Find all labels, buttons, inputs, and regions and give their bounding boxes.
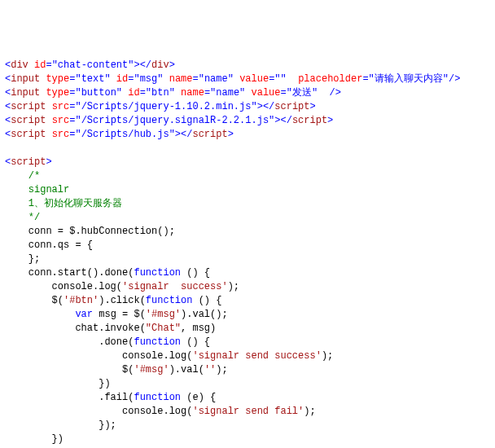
token-name: div bbox=[151, 59, 169, 71]
token-kw: function bbox=[146, 295, 193, 306]
token-plain: ); bbox=[228, 281, 239, 292]
token-attr: value bbox=[252, 87, 281, 99]
token-attr: id bbox=[128, 87, 139, 99]
token-name: script bbox=[292, 115, 327, 126]
token-name: script bbox=[11, 101, 46, 112]
token-plain: ); bbox=[216, 364, 227, 376]
token-plain: conn.qs = { bbox=[5, 239, 93, 251]
code-line: $('#msg').val(''); bbox=[5, 363, 490, 377]
token-val: "button" bbox=[75, 87, 122, 99]
token-plain: chat.invoke( bbox=[5, 323, 146, 334]
token-kw: var bbox=[75, 309, 93, 320]
token-plain: , msg) bbox=[181, 323, 216, 334]
token-plain: (e) { bbox=[181, 392, 216, 403]
token-tag: = bbox=[281, 87, 287, 99]
token-tag: = bbox=[362, 73, 368, 85]
token-tag: ></ bbox=[134, 59, 151, 71]
token-name: script bbox=[274, 101, 309, 112]
token-val: "name" bbox=[210, 87, 245, 99]
token-plain: ); bbox=[304, 406, 315, 417]
token-plain: }) bbox=[5, 378, 111, 389]
token-tag: /> bbox=[330, 87, 341, 99]
token-plain: msg = $( bbox=[93, 309, 146, 320]
token-plain bbox=[163, 73, 169, 85]
code-line: <script src="/Scripts/jquery.signalR-2.2… bbox=[5, 114, 490, 128]
token-plain bbox=[46, 129, 51, 140]
token-plain bbox=[5, 212, 28, 223]
code-line: <input type="text" id="msg" name="name" … bbox=[5, 72, 490, 86]
token-attr: type bbox=[46, 87, 69, 99]
token-str: '#msg' bbox=[146, 309, 181, 320]
token-tag: > bbox=[46, 156, 51, 168]
token-plain: console.log( bbox=[5, 350, 192, 362]
code-line: .done(function () { bbox=[5, 336, 490, 349]
token-attr: type bbox=[46, 73, 69, 85]
token-plain bbox=[46, 101, 51, 112]
code-line: conn.qs = { bbox=[5, 239, 490, 253]
token-plain: () { bbox=[181, 267, 210, 279]
code-line: chat.invoke("Chat", msg) bbox=[5, 322, 490, 336]
token-attr: src bbox=[52, 129, 70, 140]
token-tag: ></ bbox=[274, 115, 292, 126]
token-plain: $( bbox=[5, 364, 134, 376]
code-line: <input type="button" id="btn" name="name… bbox=[5, 86, 490, 100]
token-name: script bbox=[11, 129, 46, 140]
token-tag: > bbox=[228, 129, 234, 140]
code-line: }) bbox=[5, 433, 490, 446]
token-plain bbox=[287, 73, 298, 85]
token-val: "name" bbox=[199, 73, 234, 85]
token-name: script bbox=[11, 156, 46, 168]
token-kw: function bbox=[134, 336, 181, 348]
token-cmt: 1、初始化聊天服务器 bbox=[28, 198, 122, 209]
token-attr: placeholder bbox=[298, 73, 362, 85]
token-val: "text" bbox=[75, 73, 110, 85]
code-line: <script src="/Scripts/hub.js"></script> bbox=[5, 128, 490, 142]
code-block: <div id="chat-content"></div><input type… bbox=[5, 59, 490, 448]
token-cmt: /* bbox=[28, 170, 40, 182]
code-line: .fail(function (e) { bbox=[5, 391, 490, 405]
token-plain bbox=[5, 170, 28, 182]
token-plain: conn.start().done( bbox=[5, 267, 134, 279]
token-plain: }) bbox=[5, 433, 64, 445]
token-cmt: signalr bbox=[28, 184, 69, 195]
code-line: }); bbox=[5, 419, 490, 433]
code-line: console.log('signalr send success'); bbox=[5, 349, 490, 363]
token-plain: ); bbox=[322, 350, 333, 362]
code-line: }; bbox=[5, 253, 490, 266]
token-plain bbox=[28, 59, 34, 71]
code-line: console.log('signalr send fail'); bbox=[5, 405, 490, 419]
token-tag: /> bbox=[449, 73, 460, 85]
token-plain: () { bbox=[192, 295, 221, 306]
token-plain: () { bbox=[181, 336, 210, 348]
code-line: $('#btn').click(function () { bbox=[5, 294, 490, 308]
token-val: "/Scripts/jquery-1.10.2.min.js" bbox=[75, 101, 256, 112]
token-val: "chat-content" bbox=[52, 59, 134, 71]
code-line: conn = $.hubConnection(); bbox=[5, 225, 490, 239]
token-plain bbox=[175, 87, 181, 99]
token-attr: name bbox=[181, 87, 204, 99]
token-tag: = bbox=[140, 87, 146, 99]
token-name: div bbox=[11, 59, 28, 71]
token-kw: function bbox=[134, 392, 181, 403]
token-attr: value bbox=[239, 73, 269, 85]
token-val: "/Scripts/hub.js" bbox=[75, 129, 174, 140]
code-line: <div id="chat-content"></div> bbox=[5, 59, 490, 72]
token-plain: .fail( bbox=[5, 392, 134, 403]
token-plain bbox=[5, 184, 28, 195]
token-plain bbox=[5, 198, 28, 209]
token-str: '#msg' bbox=[134, 364, 169, 376]
token-str: "Chat" bbox=[146, 323, 181, 334]
token-attr: name bbox=[169, 73, 193, 85]
token-tag: = bbox=[193, 73, 199, 85]
token-plain: }); bbox=[5, 419, 116, 431]
token-tag: ></ bbox=[175, 129, 193, 140]
token-str: '' bbox=[204, 364, 216, 376]
token-val: "请输入聊天内容" bbox=[369, 73, 449, 85]
token-plain: console.log( bbox=[5, 281, 122, 292]
token-plain bbox=[5, 309, 75, 320]
token-val: "" bbox=[274, 73, 286, 85]
token-name: script bbox=[11, 115, 46, 126]
token-val: "msg" bbox=[134, 73, 163, 85]
token-name: input bbox=[11, 87, 40, 99]
token-str: 'signalr send success' bbox=[192, 350, 321, 362]
